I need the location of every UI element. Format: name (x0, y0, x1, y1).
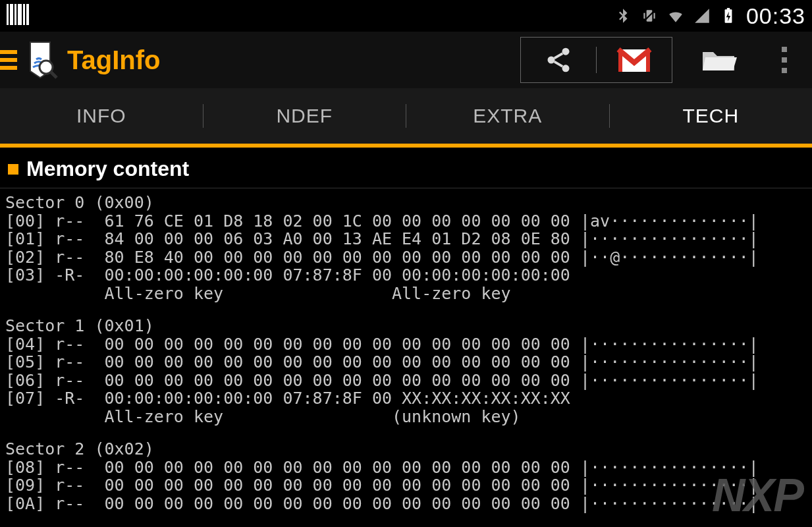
svg-rect-4 (23, 4, 25, 25)
sector-label: Sector 0 (0x00) (5, 194, 807, 212)
vibrate-icon (641, 7, 658, 24)
svg-rect-11 (727, 8, 730, 10)
barcode-icon (7, 4, 29, 28)
overflow-menu-button[interactable] (771, 47, 798, 73)
svg-point-16 (548, 57, 555, 64)
status-clock: 00:33 (746, 3, 805, 29)
bluetooth-icon (614, 7, 632, 24)
svg-rect-20 (646, 49, 650, 72)
tab-info[interactable]: INFO (0, 88, 203, 144)
share-button[interactable] (521, 38, 596, 82)
memory-dump[interactable]: Sector 0 (0x00)[00] r-- 61 76 CE 01 D8 1… (0, 188, 812, 513)
memory-row: [00] r-- 61 76 CE 01 D8 18 02 00 1C 00 0… (5, 212, 807, 231)
wifi-icon (667, 7, 684, 24)
svg-point-15 (562, 48, 570, 55)
tab-tech[interactable]: TECH (610, 88, 813, 144)
app-title: TagInfo (67, 45, 520, 75)
svg-rect-7 (643, 13, 645, 19)
memory-row: [05] r-- 00 00 00 00 00 00 00 00 00 00 0… (5, 353, 807, 372)
svg-rect-1 (10, 4, 13, 25)
action-bar: TagInfo (0, 32, 812, 88)
tab-extra[interactable]: EXTRA (406, 88, 609, 144)
tab-label: TECH (682, 105, 739, 127)
memory-row: [04] r-- 00 00 00 00 00 00 00 00 00 00 0… (5, 335, 807, 354)
tab-ndef[interactable]: NDEF (203, 88, 406, 144)
svg-line-14 (51, 72, 57, 78)
status-bar: 00:33 (0, 0, 812, 32)
sector-label: Sector 2 (0x02) (5, 440, 807, 458)
action-group (520, 37, 672, 83)
tab-label: INFO (76, 105, 126, 127)
section-title: Memory content (26, 157, 189, 181)
open-folder-button[interactable] (692, 45, 745, 74)
svg-rect-0 (7, 4, 9, 25)
trailer-note: All-zero key (unknown key) (5, 408, 807, 426)
svg-rect-2 (14, 4, 16, 25)
app-icon (21, 41, 59, 79)
svg-rect-5 (26, 4, 29, 25)
memory-row: [07] -R- 00:00:00:00:00:00 07:87:8F 00 X… (5, 389, 807, 408)
memory-row: [09] r-- 00 00 00 00 00 00 00 00 00 00 0… (5, 476, 807, 495)
memory-row: [02] r-- 80 E8 40 00 00 00 00 00 00 00 0… (5, 248, 807, 267)
memory-row: [03] -R- 00:00:00:00:00:00 07:87:8F 00 0… (5, 266, 807, 285)
memory-row: [08] r-- 00 00 00 00 00 00 00 00 00 00 0… (5, 458, 807, 477)
svg-point-17 (562, 65, 570, 72)
memory-row: [01] r-- 84 00 00 00 06 03 A0 00 13 AE E… (5, 230, 807, 248)
tab-label: EXTRA (473, 105, 542, 127)
sector-label: Sector 1 (0x01) (5, 317, 807, 335)
svg-rect-3 (18, 4, 22, 25)
memory-row: [06] r-- 00 00 00 00 00 00 00 00 00 00 0… (5, 372, 807, 390)
svg-rect-8 (653, 13, 655, 19)
trailer-note: All-zero key All-zero key (5, 285, 807, 303)
memory-row: [0A] r-- 00 00 00 00 00 00 00 00 00 00 0… (5, 495, 807, 513)
svg-rect-19 (618, 49, 622, 72)
tab-bar: INFO NDEF EXTRA TECH (0, 88, 812, 148)
section-header: Memory content (0, 148, 812, 188)
gmail-button[interactable] (597, 38, 672, 82)
tab-label: NDEF (276, 105, 333, 127)
battery-charging-icon (720, 7, 737, 24)
hamburger-menu-button[interactable] (0, 40, 17, 80)
bullet-icon (8, 164, 18, 175)
signal-icon (693, 7, 711, 24)
